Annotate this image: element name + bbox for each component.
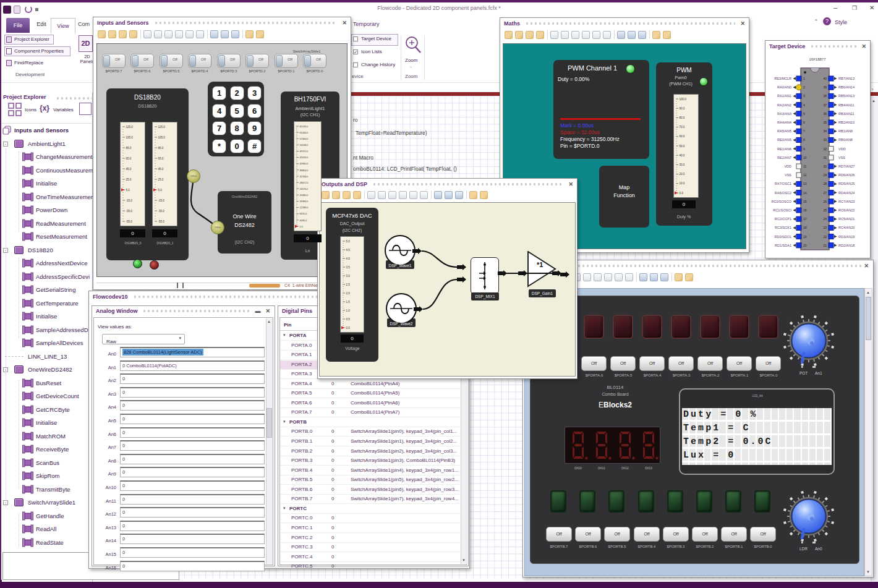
svg-text:45.0: 45.0 <box>158 168 164 171</box>
svg-text:25: 25 <box>823 208 827 212</box>
svg-text:VDD: VDD <box>838 147 846 151</box>
svg-text:36864.0: 36864.0 <box>300 169 309 172</box>
svg-text:80.0: 80.0 <box>680 116 685 119</box>
svg-text:105.0: 105.0 <box>158 136 166 139</box>
svg-text:45056.0: 45056.0 <box>300 156 309 159</box>
svg-text:105.0: 105.0 <box>126 136 134 139</box>
svg-text:28: 28 <box>823 182 827 185</box>
svg-text:-35.0: -35.0 <box>158 210 165 213</box>
svg-text:65.0: 65.0 <box>158 157 164 160</box>
svg-text:4.5: 4.5 <box>346 249 351 252</box>
svg-text:18: 18 <box>803 226 807 229</box>
svg-text:3.5: 3.5 <box>346 266 351 269</box>
svg-text:-15.0: -15.0 <box>158 199 165 202</box>
svg-text:20: 20 <box>803 244 807 247</box>
svg-text:5.0: 5.0 <box>346 240 351 243</box>
svg-text:RB3/AN11: RB3/AN11 <box>838 112 855 116</box>
svg-text:34: 34 <box>823 129 827 133</box>
svg-text:32: 32 <box>823 147 827 151</box>
svg-text:125.0: 125.0 <box>158 126 166 129</box>
svg-text:23: 23 <box>823 226 827 229</box>
svg-text:61440.0: 61440.0 <box>300 132 309 134</box>
svg-text:VSS: VSS <box>785 173 791 177</box>
svg-text:32768.0: 32768.0 <box>300 176 309 178</box>
svg-text:-35.0: -35.0 <box>126 210 133 213</box>
svg-text:VDD: VDD <box>784 164 791 168</box>
svg-text:RE1/AN6: RE1/AN6 <box>777 147 791 151</box>
svg-text:70.0: 70.0 <box>680 126 685 129</box>
svg-text:3: 3 <box>803 94 805 98</box>
svg-text:-15.0: -15.0 <box>126 199 133 202</box>
svg-text:0.0: 0.0 <box>346 326 351 330</box>
svg-text:LDR: LDR <box>799 547 808 551</box>
svg-text:RC3/SCK1: RC3/SCK1 <box>775 226 791 229</box>
svg-text:2.0: 2.0 <box>346 292 351 295</box>
svg-text:POT: POT <box>799 371 808 375</box>
svg-text:An0: An0 <box>815 547 822 551</box>
svg-text:5.0: 5.0 <box>158 189 163 192</box>
svg-text:RD0/SDO1: RD0/SDO1 <box>774 235 791 239</box>
svg-text:RA6/OSC2: RA6/OSC2 <box>775 191 791 195</box>
svg-text:14: 14 <box>803 191 807 195</box>
svg-text:13: 13 <box>803 182 807 185</box>
svg-text:DSP_Wave2: DSP_Wave2 <box>390 322 413 326</box>
svg-text:16: 16 <box>803 208 807 212</box>
svg-text:40.0: 40.0 <box>680 154 685 157</box>
svg-text:31: 31 <box>823 156 827 160</box>
svg-text:40: 40 <box>823 77 827 80</box>
svg-text:36: 36 <box>823 112 827 116</box>
svg-text:RE3/MCLR: RE3/MCLR <box>774 77 791 80</box>
svg-text:16384.0: 16384.0 <box>300 200 309 203</box>
svg-text:RC4/AN20: RC4/AN20 <box>838 226 855 229</box>
svg-text:RD3/AN19: RD3/AN19 <box>838 235 855 239</box>
svg-text:45.0: 45.0 <box>126 168 132 171</box>
svg-text:4096.0: 4096.0 <box>300 219 307 222</box>
svg-text:22: 22 <box>823 235 827 239</box>
svg-text:4: 4 <box>803 103 805 107</box>
svg-text:6: 6 <box>803 121 805 124</box>
svg-text:15: 15 <box>803 200 807 203</box>
svg-text:20.0: 20.0 <box>680 173 685 176</box>
svg-text:RD1/SDA1: RD1/SDA1 <box>775 244 791 247</box>
svg-text:0.0: 0.0 <box>680 192 684 195</box>
svg-text:28672.0: 28672.0 <box>300 182 309 184</box>
svg-text:30.0: 30.0 <box>680 163 685 166</box>
svg-text:90.0: 90.0 <box>680 107 685 110</box>
svg-text:50.0: 50.0 <box>680 145 685 148</box>
svg-text:RB2/AN10: RB2/AN10 <box>838 121 855 124</box>
svg-text:2: 2 <box>803 85 805 89</box>
svg-text:RB6/AN14: RB6/AN14 <box>838 85 855 89</box>
svg-text:100.0: 100.0 <box>680 98 687 101</box>
svg-text:RA4/AN4: RA4/AN4 <box>777 121 791 124</box>
svg-text:RB1/AN9: RB1/AN9 <box>838 129 853 133</box>
svg-text:RA3/AN3: RA3/AN3 <box>777 112 791 116</box>
svg-text:RE0/AN5: RE0/AN5 <box>777 138 791 142</box>
svg-text:An1: An1 <box>815 371 822 375</box>
svg-text:24576.0: 24576.0 <box>300 188 309 190</box>
svg-text:RB5/AN13: RB5/AN13 <box>838 94 855 98</box>
svg-text:RA2/AN2: RA2/AN2 <box>777 103 791 107</box>
svg-text:4.0: 4.0 <box>346 257 351 260</box>
svg-text:30: 30 <box>823 164 827 168</box>
svg-text:2.5: 2.5 <box>346 283 351 286</box>
svg-text:RA5/AN5: RA5/AN5 <box>777 129 791 133</box>
svg-text:RA7/OSC1: RA7/OSC1 <box>775 182 791 185</box>
svg-text:*1: *1 <box>537 261 543 268</box>
svg-text:5.0: 5.0 <box>126 189 130 192</box>
svg-text:RC6/AN22: RC6/AN22 <box>838 208 855 212</box>
svg-text:60.0: 60.0 <box>680 135 685 138</box>
svg-text:RB0/AN8: RB0/AN8 <box>838 138 853 142</box>
svg-text:20480.0: 20480.0 <box>300 194 309 197</box>
svg-text:21: 21 <box>823 244 827 247</box>
svg-text:24: 24 <box>823 217 827 221</box>
svg-text:33: 33 <box>823 138 827 142</box>
svg-text:RD5/AN25: RD5/AN25 <box>838 182 855 185</box>
svg-text:12: 12 <box>803 173 807 177</box>
svg-text:25.0: 25.0 <box>158 178 164 181</box>
svg-text:29: 29 <box>823 173 827 177</box>
svg-text:DSP_Wave1: DSP_Wave1 <box>389 263 412 268</box>
svg-text:39: 39 <box>823 85 827 89</box>
svg-text:12288.0: 12288.0 <box>300 207 309 209</box>
svg-text:RE2/AN7: RE2/AN7 <box>777 156 791 160</box>
svg-text:0.5: 0.5 <box>346 318 351 321</box>
